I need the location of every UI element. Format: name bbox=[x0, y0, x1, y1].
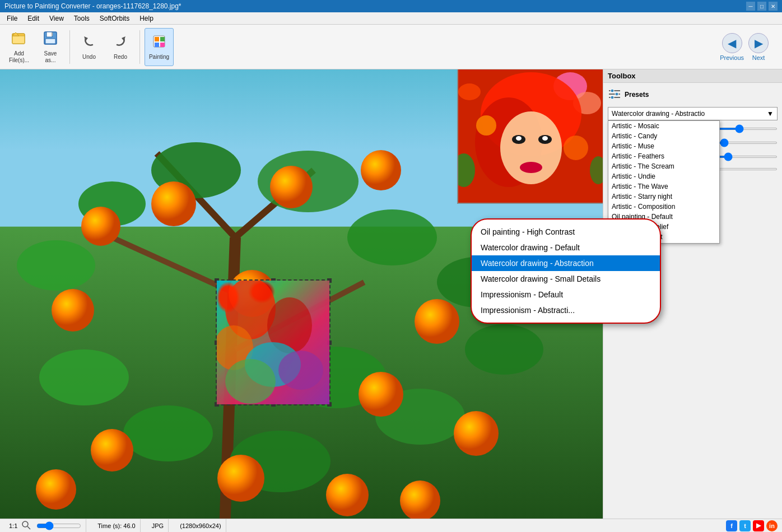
next-button[interactable]: ▶ Next bbox=[748, 33, 769, 61]
menu-softorbits[interactable]: SoftOrbits bbox=[95, 13, 134, 24]
next-arrow-icon: ▶ bbox=[748, 33, 769, 53]
toolbar: AddFile(s)... Saveas... Undo bbox=[0, 25, 782, 69]
svg-rect-13 bbox=[160, 43, 165, 47]
dimensions-section: (1280x960x24) bbox=[175, 519, 226, 532]
preset-option[interactable]: Artistic - Feathers bbox=[608, 151, 719, 161]
save-as-button[interactable]: Saveas... bbox=[36, 28, 65, 66]
svg-point-45 bbox=[36, 469, 76, 510]
svg-point-76 bbox=[611, 96, 614, 99]
big-dropdown-item-selected[interactable]: Watercolor drawing - Abstraction bbox=[472, 255, 660, 271]
menu-view[interactable]: View bbox=[45, 13, 68, 24]
undo-icon bbox=[81, 34, 97, 53]
svg-point-36 bbox=[361, 150, 401, 190]
maximize-btn[interactable]: □ bbox=[757, 2, 766, 11]
toolbox-content: Presets Watercolor drawing - Abstractio … bbox=[603, 83, 782, 190]
painting-preview-image bbox=[458, 69, 603, 203]
menu-tools[interactable]: Tools bbox=[69, 13, 94, 24]
zoom-section: 1:1 bbox=[4, 519, 86, 532]
add-files-icon bbox=[11, 30, 27, 49]
previous-arrow-icon: ◀ bbox=[722, 33, 742, 53]
preset-option[interactable]: Artistic - Composition bbox=[608, 202, 719, 212]
window-title: Picture to Painting Converter - oranges-… bbox=[4, 2, 181, 10]
svg-point-33 bbox=[81, 207, 120, 246]
painting-preview-box bbox=[457, 69, 603, 204]
previous-label: Previous bbox=[720, 54, 744, 61]
svg-point-31 bbox=[123, 405, 213, 461]
preset-option[interactable]: Artistic - Starry night bbox=[608, 192, 719, 202]
youtube-icon[interactable]: ▶ bbox=[753, 520, 764, 531]
menu-edit[interactable]: Edit bbox=[23, 13, 44, 24]
menu-bar: File Edit View Tools SoftOrbits Help bbox=[0, 12, 782, 25]
preset-option[interactable]: Artistic - Muse bbox=[608, 141, 719, 151]
facebook-icon[interactable]: f bbox=[726, 520, 737, 531]
svg-point-25 bbox=[347, 209, 437, 265]
presets-settings-icon[interactable] bbox=[608, 87, 621, 102]
preset-option[interactable]: Artistic - Candy bbox=[608, 131, 719, 141]
svg-point-64 bbox=[516, 136, 522, 141]
zoom-indicator-icon bbox=[22, 521, 31, 531]
dimensions-label: (1280x960x24) bbox=[180, 522, 221, 529]
social-icons-area: f t ▶ in bbox=[726, 520, 778, 531]
big-dropdown-popup[interactable]: Oil painting - High Contrast Watercolor … bbox=[471, 218, 661, 324]
dropdown-arrow-icon: ▼ bbox=[767, 110, 774, 118]
toolbar-separator-2 bbox=[139, 30, 140, 64]
preset-option[interactable]: Artistic - The Scream bbox=[608, 161, 719, 171]
redo-button[interactable]: Redo bbox=[106, 28, 135, 66]
menu-file[interactable]: File bbox=[2, 13, 22, 24]
big-dropdown-item-0[interactable]: Oil painting - High Contrast bbox=[472, 224, 660, 240]
undo-label: Undo bbox=[82, 54, 96, 60]
close-btn[interactable]: ✕ bbox=[769, 2, 778, 11]
toolbox-title: Toolbox bbox=[603, 69, 782, 83]
add-files-label: AddFile(s)... bbox=[9, 50, 29, 64]
big-dropdown-item-3[interactable]: Watercolor drawing - Small Details bbox=[472, 271, 660, 287]
big-dropdown-item-5[interactable]: Impressionism - Abstracti... bbox=[472, 302, 660, 318]
toolbar-separator-1 bbox=[69, 30, 70, 64]
reddit-icon[interactable]: in bbox=[766, 520, 778, 531]
window-controls[interactable]: ─ □ ✕ bbox=[746, 2, 778, 11]
preset-selected-value: Watercolor drawing - Abstractio bbox=[612, 110, 705, 118]
svg-point-22 bbox=[17, 240, 95, 291]
preset-dropdown-wrapper: Watercolor drawing - Abstractio ▼ Artist… bbox=[608, 107, 778, 120]
svg-point-66 bbox=[520, 162, 542, 173]
svg-point-27 bbox=[39, 349, 129, 405]
svg-rect-11 bbox=[160, 37, 165, 41]
svg-point-74 bbox=[611, 89, 614, 92]
svg-point-35 bbox=[270, 166, 313, 208]
svg-point-75 bbox=[615, 92, 618, 96]
title-bar: Picture to Painting Converter - oranges-… bbox=[0, 0, 782, 12]
zoom-slider[interactable] bbox=[36, 521, 81, 530]
redo-icon bbox=[113, 34, 128, 53]
preset-option[interactable]: Artistic - The Wave bbox=[608, 181, 719, 192]
time-label: Time (s): 46.0 bbox=[97, 522, 135, 529]
add-files-button[interactable]: AddFile(s)... bbox=[4, 28, 34, 66]
preset-option[interactable]: Artistic - Mosaic bbox=[608, 121, 719, 131]
svg-point-77 bbox=[22, 521, 28, 527]
previous-button[interactable]: ◀ Previous bbox=[720, 33, 744, 61]
undo-button[interactable]: Undo bbox=[75, 28, 104, 66]
svg-marker-8 bbox=[122, 36, 125, 41]
painting-icon bbox=[151, 34, 167, 53]
svg-point-61 bbox=[500, 111, 562, 184]
time-section: Time (s): 46.0 bbox=[93, 519, 140, 532]
svg-point-46 bbox=[326, 474, 369, 516]
painting-label: Painting bbox=[149, 54, 169, 60]
menu-help[interactable]: Help bbox=[135, 13, 158, 24]
zoom-control: 1:1 bbox=[9, 521, 81, 531]
svg-rect-12 bbox=[155, 43, 159, 47]
svg-point-65 bbox=[542, 136, 548, 141]
preset-option[interactable]: Artistic - Undie bbox=[608, 171, 719, 181]
big-dropdown-item-1[interactable]: Watercolor drawing - Default bbox=[472, 240, 660, 255]
zoom-value: 1:1 bbox=[9, 522, 17, 529]
big-dropdown-item-4[interactable]: Impressionism - Default bbox=[472, 287, 660, 302]
redo-label: Redo bbox=[114, 54, 127, 60]
svg-marker-7 bbox=[84, 36, 88, 41]
svg-rect-1 bbox=[12, 36, 25, 44]
twitter-icon[interactable]: t bbox=[739, 520, 751, 531]
minimize-btn[interactable]: ─ bbox=[746, 2, 755, 11]
format-label: JPG bbox=[152, 522, 164, 529]
painting-button[interactable]: Painting bbox=[145, 28, 174, 66]
svg-point-34 bbox=[151, 181, 196, 226]
nav-area: ◀ Previous ▶ Next bbox=[720, 33, 778, 61]
preset-dropdown-button[interactable]: Watercolor drawing - Abstractio ▼ bbox=[608, 107, 778, 120]
svg-point-37 bbox=[52, 289, 94, 332]
